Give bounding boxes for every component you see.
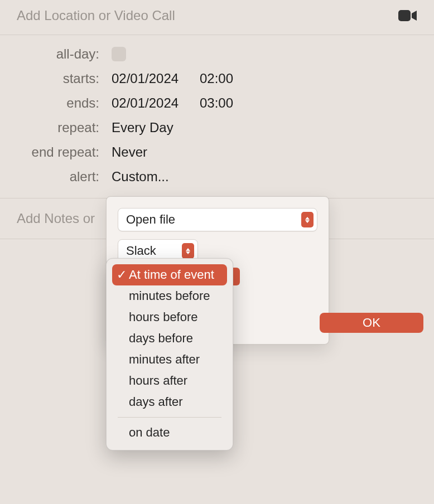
menu-item-label: days after	[129, 395, 183, 409]
check-icon: ✓	[117, 268, 127, 282]
starts-date-field[interactable]: 02/01/2024	[112, 71, 200, 86]
updown-stepper-icon	[182, 243, 194, 259]
ok-button[interactable]: OK	[320, 313, 423, 333]
all-day-checkbox[interactable]	[112, 47, 126, 61]
alert-row: alert: Custom...	[17, 169, 417, 185]
menu-item-label: on date	[129, 425, 170, 440]
all-day-row: all-day:	[17, 46, 417, 62]
menu-item-minutes-before[interactable]: ✓ minutes before	[112, 285, 227, 307]
starts-label: starts:	[17, 71, 99, 86]
alert-action-value: Open file	[126, 212, 175, 227]
ends-label: ends:	[17, 95, 99, 111]
all-day-label: all-day:	[17, 46, 99, 62]
starts-time-field[interactable]: 02:00	[200, 71, 233, 86]
menu-item-label: minutes before	[129, 289, 210, 303]
menu-item-label: hours before	[129, 310, 198, 324]
ends-row: ends: 02/01/2024 03:00	[17, 95, 417, 111]
menu-item-days-after[interactable]: ✓ days after	[112, 391, 227, 413]
alert-timing-select[interactable]	[232, 268, 240, 285]
location-row: Add Location or Video Call	[0, 0, 434, 35]
ends-time-field[interactable]: 03:00	[200, 95, 233, 111]
menu-item-label: At time of event	[129, 268, 214, 282]
alert-file-value: Slack	[126, 244, 156, 258]
alert-action-select[interactable]: Open file	[118, 208, 317, 231]
menu-item-hours-after[interactable]: ✓ hours after	[112, 370, 227, 391]
repeat-select[interactable]: Every Day	[112, 120, 173, 135]
menu-separator	[118, 417, 221, 418]
menu-item-at-time-of-event[interactable]: ✓ At time of event	[112, 264, 227, 285]
alert-timing-menu: ✓ At time of event ✓ minutes before ✓ ho…	[106, 258, 233, 450]
notes-input[interactable]: Add Notes or	[17, 211, 95, 226]
location-input[interactable]: Add Location or Video Call	[17, 8, 175, 23]
menu-item-label: minutes after	[129, 352, 200, 367]
end-repeat-select[interactable]: Never	[112, 144, 147, 160]
updown-stepper-icon	[301, 212, 314, 227]
alert-label: alert:	[17, 169, 99, 185]
menu-item-label: hours after	[129, 374, 187, 388]
event-form: all-day: starts: 02/01/2024 02:00 ends: …	[0, 35, 434, 198]
svg-rect-0	[398, 10, 411, 21]
menu-item-hours-before[interactable]: ✓ hours before	[112, 307, 227, 328]
end-repeat-label: end repeat:	[17, 144, 99, 160]
ends-date-field[interactable]: 02/01/2024	[112, 95, 200, 111]
video-call-icon[interactable]	[398, 9, 417, 22]
menu-item-minutes-after[interactable]: ✓ minutes after	[112, 349, 227, 370]
starts-row: starts: 02/01/2024 02:00	[17, 71, 417, 86]
end-repeat-row: end repeat: Never	[17, 144, 417, 160]
repeat-label: repeat:	[17, 120, 99, 135]
alert-select[interactable]: Custom...	[112, 169, 169, 185]
menu-item-label: days before	[129, 331, 193, 346]
repeat-row: repeat: Every Day	[17, 120, 417, 135]
menu-item-on-date[interactable]: ✓ on date	[112, 422, 227, 443]
menu-item-days-before[interactable]: ✓ days before	[112, 328, 227, 349]
